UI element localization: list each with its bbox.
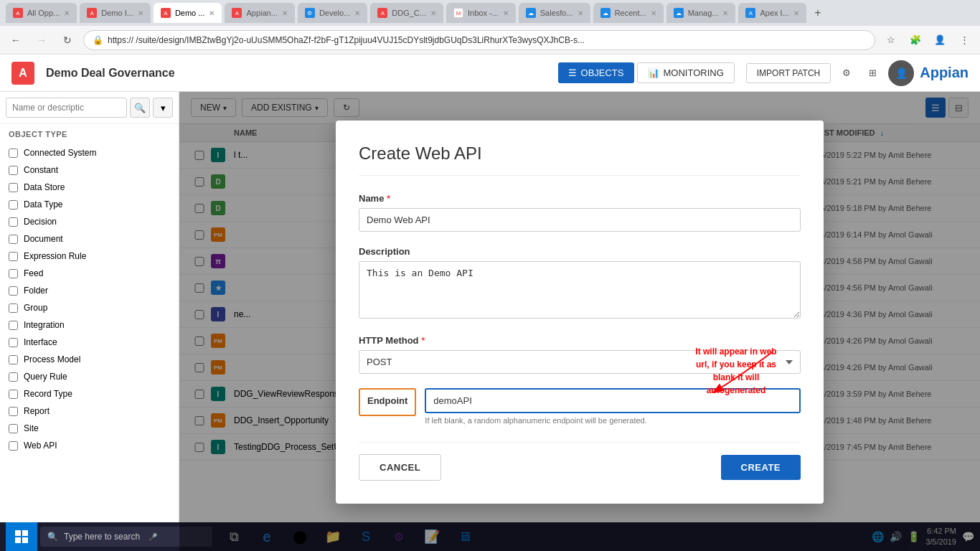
tab-close-1[interactable]: ✕ <box>64 9 70 17</box>
new-tab-button[interactable]: + <box>809 4 826 22</box>
tab-close-6[interactable]: ✕ <box>430 9 436 17</box>
sidebar-item-site[interactable]: Site <box>0 420 179 437</box>
record-type-label: Record Type <box>24 389 72 399</box>
tab-close-2[interactable]: ✕ <box>138 9 143 17</box>
user-avatar[interactable]: 👤 <box>888 60 914 86</box>
start-button[interactable] <box>6 522 37 551</box>
document-checkbox[interactable] <box>9 235 18 244</box>
query-rule-label: Query Rule <box>24 372 67 382</box>
tab-4[interactable]: A Appian... ✕ <box>225 3 294 23</box>
tab-10[interactable]: ☁ Manag... ✕ <box>666 3 736 23</box>
tab-3[interactable]: A Demo ... ✕ <box>154 3 222 23</box>
endpoint-label-box: Endpoint <box>359 388 416 416</box>
import-patch-button[interactable]: IMPORT PATCH <box>746 63 831 83</box>
interface-checkbox[interactable] <box>9 338 18 347</box>
description-field-group: Description This is an Demo API <box>359 246 801 321</box>
connected-system-checkbox[interactable] <box>9 149 18 158</box>
decision-checkbox[interactable] <box>9 217 18 227</box>
data-store-checkbox[interactable] <box>9 183 18 192</box>
process-model-checkbox[interactable] <box>9 355 18 364</box>
endpoint-input[interactable] <box>425 388 801 413</box>
sidebar-item-connected-system[interactable]: Connected System <box>0 144 179 161</box>
grid-icon[interactable]: ⊞ <box>862 63 882 83</box>
create-button[interactable]: CREATE <box>721 455 801 480</box>
tab-1[interactable]: A All Opp... ✕ <box>6 3 77 23</box>
search-icon[interactable]: 🔍 <box>130 98 150 118</box>
filter-icon[interactable]: ▾ <box>153 98 173 118</box>
folder-checkbox[interactable] <box>9 286 18 296</box>
query-rule-checkbox[interactable] <box>9 372 18 382</box>
endpoint-row: Endpoint If left blank, a random alphanu… <box>359 388 801 425</box>
reload-button[interactable]: ↻ <box>57 30 77 50</box>
tab-close-9[interactable]: ✕ <box>651 9 656 17</box>
tab-close-5[interactable]: ✕ <box>354 9 360 17</box>
search-input[interactable] <box>6 98 127 118</box>
tab-8[interactable]: ☁ Salesfo... ✕ <box>519 3 590 23</box>
sidebar-item-folder[interactable]: Folder <box>0 282 179 299</box>
sidebar-item-document[interactable]: Document <box>0 230 179 248</box>
tab-label-5: Develo... <box>319 9 350 17</box>
sidebar-item-query-rule[interactable]: Query Rule <box>0 368 179 385</box>
sidebar-item-data-store[interactable]: Data Store <box>0 179 179 196</box>
constant-checkbox[interactable] <box>9 166 18 175</box>
sidebar-item-interface[interactable]: Interface <box>0 334 179 351</box>
integration-checkbox[interactable] <box>9 321 18 330</box>
forward-button[interactable]: → <box>32 30 52 50</box>
endpoint-help-text: If left blank, a random alphanumeric end… <box>425 416 801 425</box>
app-title: Demo Deal Governance <box>46 67 547 80</box>
tab-close-7[interactable]: ✕ <box>503 9 509 17</box>
extensions-icon[interactable]: 🧩 <box>905 30 925 50</box>
sidebar-item-report[interactable]: Report <box>0 402 179 420</box>
sidebar-item-feed[interactable]: Feed <box>0 265 179 282</box>
sidebar-item-record-type[interactable]: Record Type <box>0 385 179 402</box>
tab-11[interactable]: A Apex I... ✕ <box>738 3 806 23</box>
tab-6[interactable]: A DDG_C... ✕ <box>370 3 443 23</box>
sidebar-item-constant[interactable]: Constant <box>0 161 179 179</box>
sidebar-item-process-model[interactable]: Process Model <box>0 351 179 368</box>
cancel-button[interactable]: CANCEL <box>359 454 441 481</box>
tab-close-10[interactable]: ✕ <box>722 9 728 17</box>
sidebar-item-decision[interactable]: Decision <box>0 213 179 230</box>
bookmark-star-icon[interactable]: ☆ <box>881 30 901 50</box>
microphone-icon: 🎤 <box>149 533 157 541</box>
group-checkbox[interactable] <box>9 303 18 313</box>
record-type-checkbox[interactable] <box>9 390 18 399</box>
feed-checkbox[interactable] <box>9 269 18 278</box>
web-api-checkbox[interactable] <box>9 441 18 451</box>
sidebar-item-web-api[interactable]: Web API <box>0 437 179 454</box>
sidebar-item-integration[interactable]: Integration <box>0 316 179 334</box>
name-input[interactable] <box>359 208 801 232</box>
menu-icon[interactable]: ⋮ <box>954 30 974 50</box>
tab-label-1: All Opp... <box>27 9 60 17</box>
tab-9[interactable]: ☁ Recent... ✕ <box>593 3 664 23</box>
tab-close-8[interactable]: ✕ <box>578 9 583 17</box>
objects-tab[interactable]: ☰ OBJECTS <box>558 62 634 83</box>
monitoring-tab[interactable]: 📊 MONITORING <box>637 62 735 83</box>
tab-close-3[interactable]: ✕ <box>209 9 215 17</box>
appian-logo: Appian <box>920 65 969 81</box>
svg-rect-1 <box>22 530 28 536</box>
http-method-select[interactable]: GET POST PUT DELETE PATCH <box>359 350 801 374</box>
expression-rule-checkbox[interactable] <box>9 252 18 261</box>
http-method-field-group: HTTP Method * GET POST PUT DELETE PATCH <box>359 335 801 374</box>
report-checkbox[interactable] <box>9 407 18 416</box>
monitoring-tab-label: MONITORING <box>664 67 724 78</box>
address-bar[interactable]: 🔒 https:// /suite/design/IMBZtwBgYj2o-uU… <box>83 30 875 50</box>
constant-label: Constant <box>24 165 58 175</box>
user-profile-icon[interactable]: 👤 <box>930 30 950 50</box>
site-label: Site <box>24 423 39 433</box>
back-button[interactable]: ← <box>6 30 26 50</box>
data-type-checkbox[interactable] <box>9 200 18 209</box>
tab-2[interactable]: A Demo I... ✕ <box>80 3 151 23</box>
tab-close-11[interactable]: ✕ <box>793 9 799 17</box>
sidebar-item-group[interactable]: Group <box>0 299 179 316</box>
sidebar-item-expression-rule[interactable]: Expression Rule <box>0 248 179 265</box>
settings-icon[interactable]: ⚙ <box>837 63 857 83</box>
description-textarea[interactable]: This is an Demo API <box>359 261 801 319</box>
tab-7[interactable]: M Inbox -... ✕ <box>446 3 516 23</box>
tab-favicon-8: ☁ <box>526 8 536 18</box>
tab-close-4[interactable]: ✕ <box>282 9 288 17</box>
site-checkbox[interactable] <box>9 424 18 433</box>
tab-5[interactable]: ⚙ Develo... ✕ <box>298 3 367 23</box>
sidebar-item-data-type[interactable]: Data Type <box>0 196 179 213</box>
